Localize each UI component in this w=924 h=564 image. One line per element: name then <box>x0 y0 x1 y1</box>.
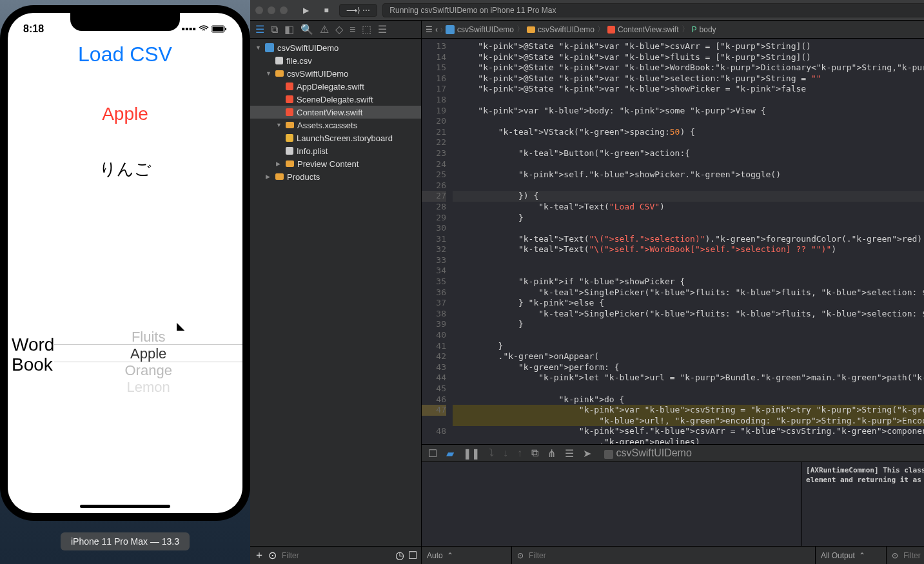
issue-tab-icon[interactable]: ⚠ <box>320 23 329 35</box>
translation-text: りんご <box>8 158 242 180</box>
picker-label: WordBook <box>8 335 54 375</box>
forward-button[interactable]: › <box>440 25 443 34</box>
close-window-button[interactable] <box>255 6 263 14</box>
notch <box>70 13 180 31</box>
editor-column: ☰ ‹ › csvSwiftUIDemo〉 csvSwiftUIDemo〉 Co… <box>422 21 924 564</box>
picker-item[interactable]: Orange <box>54 362 242 379</box>
iphone-screen: 8:18 ▪▪▪▪ Load CSV Apple りんご WordBook Fl… <box>8 13 242 513</box>
selected-fruit-text: Apple <box>8 104 242 124</box>
filter-icon: ⊙ <box>892 551 898 560</box>
environment-icon[interactable]: ☰ <box>565 447 574 460</box>
tree-item[interactable]: ▶Preview Content <box>250 157 421 170</box>
variables-scope-selector[interactable]: Auto⌃ <box>422 547 512 564</box>
report-tab-icon[interactable]: ☰ <box>378 23 387 35</box>
scm-filter-icon[interactable]: ☐ <box>408 549 417 561</box>
picker-item[interactable]: Fluits <box>54 329 242 345</box>
find-tab-icon[interactable]: 🔍 <box>300 23 313 35</box>
debug-area: [AXRuntimeCommon] This class 'SwiftUI.Ac… <box>422 462 924 546</box>
hide-debug-icon[interactable]: ☐ <box>428 447 437 460</box>
breakpoint-tab-icon[interactable]: ⬚ <box>362 23 371 35</box>
app-icon <box>604 450 613 459</box>
tree-item[interactable]: AppDelegate.swift <box>250 80 421 93</box>
debug-tab-icon[interactable]: ≡ <box>349 24 355 35</box>
debug-bottom-bars: Auto⌃ ⊙ All Output⌃ ⊙ 🗑 ◫ ⊟ <box>422 546 924 564</box>
stop-button[interactable]: ■ <box>319 4 334 17</box>
picker: WordBook Fluits Apple Orange Lemon Straw… <box>8 313 242 397</box>
tree-item[interactable]: LaunchScreen.storyboard <box>250 131 421 144</box>
memory-graph-icon[interactable]: ⋔ <box>547 447 556 460</box>
location-icon[interactable]: ➤ <box>583 447 591 460</box>
tree-item[interactable]: ContentView.swift <box>250 106 421 119</box>
load-csv-button[interactable]: Load CSV <box>8 43 242 66</box>
console-output: [AXRuntimeCommon] This class 'SwiftUI.Ac… <box>806 466 924 484</box>
activity-viewer: Running csvSwiftUIDemo on iPhone 11 Pro … <box>382 3 924 17</box>
jump-bar: ☰ ‹ › csvSwiftUIDemo〉 csvSwiftUIDemo〉 Co… <box>422 21 924 39</box>
breadcrumb[interactable]: csvSwiftUIDemo〉 csvSwiftUIDemo〉 ContentV… <box>446 24 716 35</box>
tree-item[interactable]: ▶Products <box>250 170 421 183</box>
navigator-filter-input[interactable] <box>280 550 391 561</box>
scheme-selector[interactable]: ⟶⟩ ⋯ <box>339 4 377 17</box>
tree-item[interactable]: file.csv <box>250 54 421 67</box>
view-debug-icon[interactable]: ⧉ <box>531 447 538 459</box>
window-controls <box>255 6 288 14</box>
code-editor[interactable]: 1314151617181920212223242526272829303132… <box>422 39 924 444</box>
breadcrumb-file[interactable]: ContentView.swift <box>618 25 679 34</box>
activity-status-text: Running csvSwiftUIDemo on iPhone 11 Pro … <box>389 6 556 15</box>
iphone-device-frame: 8:18 ▪▪▪▪ Load CSV Apple りんご WordBook Fl… <box>0 5 250 521</box>
source-control-tab-icon[interactable]: ⧉ <box>271 24 278 35</box>
file-tree: ▼ csvSwiftUIDemofile.csv▼csvSwiftUIDemoA… <box>250 39 421 546</box>
step-out-icon[interactable]: ↑ <box>517 447 522 459</box>
run-button[interactable]: ▶ <box>298 4 313 17</box>
tree-item[interactable]: Info.plist <box>250 144 421 157</box>
folder-icon <box>527 26 535 33</box>
variables-filter-input[interactable] <box>527 550 810 561</box>
project-navigator-tab-icon[interactable]: ☰ <box>255 23 264 35</box>
breadcrumb-folder[interactable]: csvSwiftUIDemo <box>538 25 595 34</box>
svg-rect-1 <box>213 27 224 32</box>
picker-item[interactable]: Lemon <box>54 379 242 396</box>
navigator-tabs: ☰ ⧉ ◧ 🔍 ⚠ ◇ ≡ ⬚ ☰ <box>250 21 421 39</box>
xcode-toolbar: ▶ ■ ⟶⟩ ⋯ Running csvSwiftUIDemo on iPhon… <box>250 0 924 21</box>
tree-item[interactable]: ▼csvSwiftUIDemo <box>250 67 421 80</box>
tree-item[interactable]: ▼Assets.xcassets <box>250 119 421 131</box>
zoom-window-button[interactable] <box>280 6 288 14</box>
step-over-icon[interactable]: ⤵ <box>489 447 494 459</box>
tree-project-root[interactable]: ▼ csvSwiftUIDemo <box>250 41 421 54</box>
svg-rect-2 <box>225 28 226 30</box>
picker-item[interactable]: Strawberry <box>54 396 242 397</box>
back-button[interactable]: ‹ <box>435 25 438 34</box>
swift-file-icon <box>607 26 615 34</box>
add-button[interactable]: ＋ <box>254 549 264 562</box>
console-pane[interactable]: [AXRuntimeCommon] This class 'SwiftUI.Ac… <box>802 462 924 546</box>
minimize-window-button[interactable] <box>268 6 275 14</box>
simulator-pane: 8:18 ▪▪▪▪ Load CSV Apple りんご WordBook Fl… <box>0 0 250 564</box>
battery-icon <box>211 25 227 33</box>
debug-target[interactable]: csvSwiftUIDemo <box>604 447 692 459</box>
breakpoints-toggle-icon[interactable]: ▰ <box>446 447 454 460</box>
home-indicator[interactable] <box>80 505 170 508</box>
recent-filter-icon[interactable]: ◷ <box>395 549 404 561</box>
status-icons: ▪▪▪▪ <box>181 23 227 35</box>
output-selector[interactable]: All Output⌃ <box>816 547 887 564</box>
test-tab-icon[interactable]: ◇ <box>335 23 343 35</box>
tree-item[interactable]: SceneDelegate.swift <box>250 93 421 106</box>
line-gutter: 1314151617181920212223242526272829303132… <box>422 39 453 444</box>
related-items-icon[interactable]: ☰ <box>426 25 433 34</box>
project-icon <box>446 25 455 34</box>
breadcrumb-project[interactable]: csvSwiftUIDemo <box>457 25 514 34</box>
simulator-device-label: iPhone 11 Pro Max — 13.3 <box>61 532 190 550</box>
variables-pane[interactable] <box>422 462 802 546</box>
xcode-window: ▶ ■ ⟶⟩ ⋯ Running csvSwiftUIDemo on iPhon… <box>250 0 924 564</box>
breadcrumb-symbol[interactable]: body <box>700 25 716 34</box>
code-content[interactable]: "k-pink">@State "k-pink">var "k-blue">cs… <box>453 39 924 444</box>
pause-button[interactable]: ❚❚ <box>463 447 480 460</box>
symbol-tab-icon[interactable]: ◧ <box>284 23 294 35</box>
picker-wheel[interactable]: Fluits Apple Orange Lemon Strawberry <box>54 313 242 397</box>
mouse-cursor-icon: ◣ <box>177 320 184 332</box>
status-time: 8:18 <box>23 23 44 35</box>
navigator-bottom-bar: ＋ ⊙ ◷ ☐ <box>250 546 421 564</box>
console-filter-input[interactable] <box>902 550 924 561</box>
step-into-icon[interactable]: ↓ <box>503 447 508 459</box>
wifi-icon <box>199 25 209 33</box>
picker-item[interactable]: Apple <box>54 345 242 362</box>
